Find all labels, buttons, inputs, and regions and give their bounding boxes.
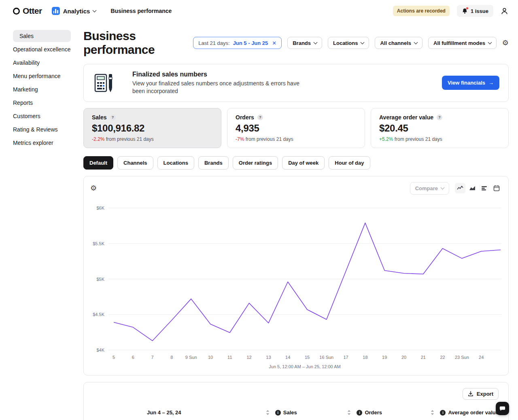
calendar-icon[interactable] (491, 183, 502, 193)
column-header-sales[interactable]: i Sales (240, 409, 297, 416)
sidebar-item-marketing[interactable]: Marketing (13, 83, 71, 95)
main-content: Business performance Last 21 days: Jun 5… (83, 22, 518, 420)
sidebar: Sales Operational excellence Availabilit… (0, 22, 83, 420)
tab-order-ratings[interactable]: Order ratings (233, 156, 278, 170)
svg-text:12: 12 (246, 355, 251, 360)
help-icon[interactable]: ? (257, 115, 263, 120)
svg-text:$6K: $6K (96, 206, 104, 210)
topbar: Otter Analytics Business performance Act… (0, 0, 518, 22)
sidebar-item-operational-excellence[interactable]: Operational excellence (13, 43, 71, 55)
svg-text:Jun 5, 12:00 AM – Jun 25, 12:0: Jun 5, 12:00 AM – Jun 25, 12:00 AM (269, 364, 340, 369)
svg-text:9 Sun: 9 Sun (185, 355, 197, 360)
download-icon (468, 391, 473, 397)
sidebar-item-reports[interactable]: Reports (13, 97, 71, 109)
svg-text:7: 7 (151, 355, 154, 360)
help-icon[interactable]: ? (437, 115, 442, 120)
chat-fab[interactable] (496, 402, 509, 415)
sidebar-item-metrics-explorer[interactable]: Metrics explorer (13, 137, 71, 149)
date-range-prefix: Last 21 days: (198, 40, 229, 46)
close-icon[interactable]: ✕ (272, 40, 276, 46)
chevron-down-icon (314, 40, 318, 44)
tab-day-of-week[interactable]: Day of week (282, 156, 325, 170)
svg-text:11: 11 (227, 355, 232, 360)
otter-logo[interactable]: Otter (13, 6, 42, 16)
tab-default[interactable]: Default (83, 156, 113, 170)
kpi-value: $100,916.82 (92, 123, 213, 134)
info-icon[interactable]: i (440, 410, 446, 416)
avatar[interactable] (501, 7, 508, 15)
tab-channels[interactable]: Channels (117, 156, 153, 170)
sidebar-item-sales[interactable]: Sales (13, 30, 71, 42)
svg-text:19: 19 (382, 355, 387, 360)
kpi-delta: -2.2% from previous 21 days (92, 136, 213, 142)
kpi-label: Average order value (379, 114, 433, 121)
compare-dropdown[interactable]: Compare (410, 182, 449, 195)
date-range-filter[interactable]: Last 21 days: Jun 5 - Jun 25 ✕ (193, 37, 282, 49)
tab-brands[interactable]: Brands (198, 156, 229, 170)
locations-filter[interactable]: Locations (328, 37, 369, 49)
chevron-down-icon (93, 8, 97, 12)
sidebar-item-customers[interactable]: Customers (13, 110, 71, 122)
svg-text:21: 21 (421, 355, 426, 360)
sort-icon[interactable] (347, 410, 351, 415)
info-icon[interactable]: i (357, 410, 362, 416)
kpi-delta: +5.2% from previous 21 days (379, 136, 500, 142)
period-header: Jun 4 – 25, 24 (147, 409, 240, 416)
sort-icon[interactable] (431, 410, 434, 415)
calculator-icon (93, 72, 115, 94)
kpi-card-sales[interactable]: Sales ? $100,916.82 -2.2% from previous … (83, 108, 221, 148)
chevron-down-icon (441, 185, 445, 189)
finalized-sales-banner: Finalized sales numbers View your finali… (83, 64, 509, 102)
settings-gear-icon[interactable]: ⚙ (502, 39, 509, 47)
kpi-card-orders[interactable]: Orders ? 4,935 -7% from previous 21 days (227, 108, 365, 148)
sidebar-item-menu-performance[interactable]: Menu performance (13, 70, 71, 82)
issues-label: 1 issue (471, 8, 488, 14)
column-header-average-order-value[interactable]: i Average order value (382, 409, 499, 416)
svg-text:13: 13 (266, 355, 271, 360)
fulfillment-modes-filter[interactable]: All fulfillment modes (428, 37, 497, 49)
tab-locations[interactable]: Locations (157, 156, 194, 170)
svg-text:24: 24 (479, 355, 484, 360)
svg-text:14: 14 (285, 355, 290, 360)
topbar-page-label: Business performance (110, 8, 172, 14)
notification-dot (466, 7, 469, 10)
table-header-row: Jun 4 – 25, 24 i Sales i Orders i Averag… (93, 405, 499, 420)
kpi-label: Orders (236, 114, 254, 121)
sort-icon[interactable] (266, 410, 270, 415)
otter-logo-icon (13, 8, 20, 15)
arrow-right-icon: → (488, 80, 494, 86)
chevron-down-icon (414, 40, 418, 44)
sidebar-item-availability[interactable]: Availability (13, 57, 71, 69)
bar-chart-icon[interactable] (479, 183, 490, 193)
banner-title: Finalized sales numbers (132, 71, 302, 78)
area-chart-icon[interactable] (467, 183, 478, 193)
metrics-table-card: Export Jun 4 – 25, 24 i Sales i Orders (83, 382, 509, 420)
line-chart-icon[interactable] (455, 183, 465, 193)
chart-settings-gear-icon[interactable]: ⚙ (90, 185, 97, 192)
app-switcher[interactable]: Analytics (52, 7, 96, 15)
view-financials-button[interactable]: View financials → (442, 76, 499, 90)
kpi-cards: Sales ? $100,916.82 -2.2% from previous … (83, 108, 509, 148)
chat-bubble-icon (499, 405, 506, 412)
svg-text:8: 8 (170, 355, 173, 360)
export-button[interactable]: Export (463, 388, 499, 400)
info-icon[interactable]: i (275, 410, 281, 416)
banner-body: View your finalized sales numbers once a… (132, 80, 302, 95)
issues-button[interactable]: 1 issue (457, 5, 493, 17)
brands-filter[interactable]: Brands (287, 37, 322, 49)
svg-text:$5.5K: $5.5K (93, 241, 104, 246)
chevron-down-icon (488, 40, 492, 44)
app-name: Analytics (63, 8, 90, 15)
svg-text:$4.5K: $4.5K (93, 312, 104, 317)
chevron-down-icon (361, 40, 365, 44)
kpi-card-average-order-value[interactable]: Average order value ? $20.45 +5.2% from … (371, 108, 509, 148)
tab-hour-of-day[interactable]: Hour of day (329, 156, 370, 170)
help-icon[interactable]: ? (110, 115, 116, 120)
page-title: Business performance (83, 29, 193, 57)
sidebar-item-rating-reviews[interactable]: Rating & Reviews (13, 123, 71, 136)
svg-text:22: 22 (440, 355, 445, 360)
svg-text:23 Sun: 23 Sun (455, 355, 469, 360)
channels-filter[interactable]: All channels (375, 37, 422, 49)
column-header-orders[interactable]: i Orders (297, 409, 382, 416)
date-range-value: Jun 5 - Jun 25 (233, 40, 268, 46)
